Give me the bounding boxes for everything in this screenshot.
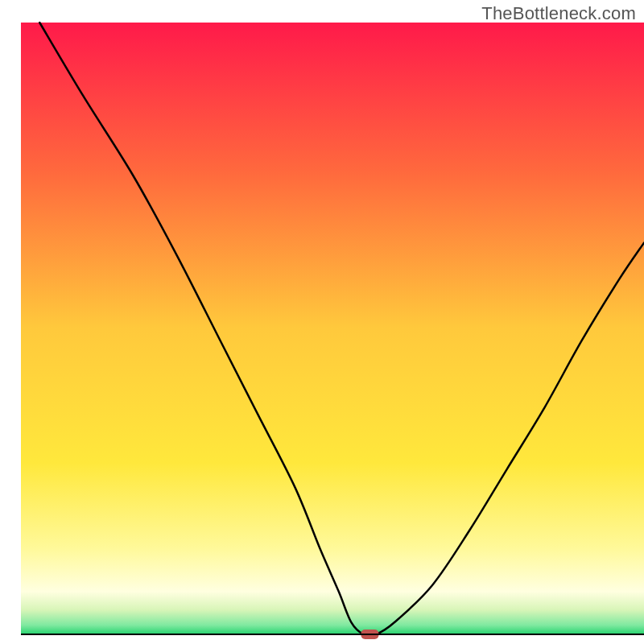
chart-container: TheBottleneck.com — [0, 0, 644, 644]
plot-background — [21, 23, 644, 634]
bottleneck-chart — [0, 0, 644, 644]
watermark-text: TheBottleneck.com — [481, 3, 636, 24]
